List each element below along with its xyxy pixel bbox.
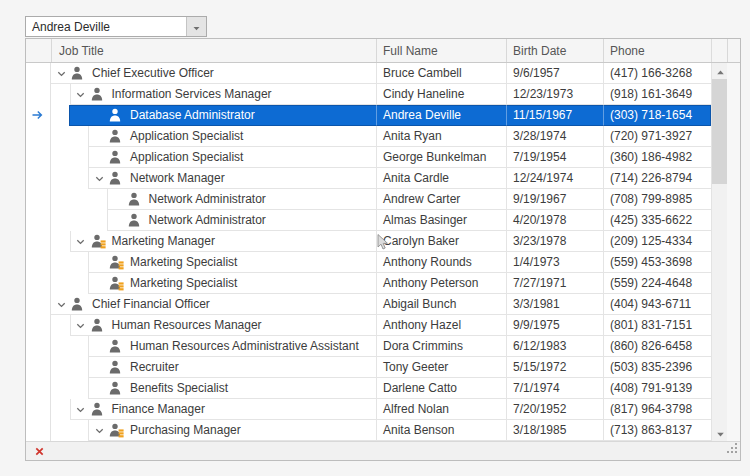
combobox-value[interactable]: Andrea Deville <box>26 20 186 34</box>
birth-date-cell[interactable]: 9/6/1957 <box>506 63 603 84</box>
birth-date-cell[interactable]: 11/15/1967 <box>506 105 603 126</box>
tree-node[interactable]: Information Services Manager <box>70 84 377 105</box>
birth-date-cell[interactable]: 6/12/1983 <box>506 336 603 357</box>
tree-node[interactable]: Chief Financial Officer <box>51 294 376 315</box>
tree-row[interactable]: Purchasing ManagerAnita Benson3/18/1985(… <box>26 420 711 441</box>
full-name-cell[interactable]: Dora Crimmins <box>376 336 506 357</box>
job-title-cell[interactable]: Human Resources Administrative Assistant <box>51 336 376 357</box>
vertical-scrollbar[interactable] <box>711 63 727 441</box>
phone-cell[interactable]: (425) 335-6622 <box>603 210 711 231</box>
tree-row[interactable]: Finance ManagerAlfred Nolan7/20/1952(817… <box>26 399 711 420</box>
full-name-cell[interactable]: Carolyn Baker <box>376 231 506 252</box>
job-title-cell[interactable]: Network Administrator <box>51 210 376 231</box>
job-title-cell[interactable]: Marketing Specialist <box>51 273 376 294</box>
birth-date-cell[interactable]: 12/23/1973 <box>506 84 603 105</box>
collapse-node-button[interactable] <box>71 87 91 101</box>
tree-node[interactable]: Network Administrator <box>107 189 377 210</box>
birth-date-cell[interactable]: 3/3/1981 <box>506 294 603 315</box>
birth-date-cell[interactable]: 5/15/1972 <box>506 357 603 378</box>
phone-cell[interactable]: (559) 224-4648 <box>603 273 711 294</box>
collapse-node-button[interactable] <box>71 402 91 416</box>
collapse-node-button[interactable] <box>51 66 71 80</box>
job-title-cell[interactable]: Information Services Manager <box>51 84 376 105</box>
full-name-cell[interactable]: Anita Cardle <box>376 168 506 189</box>
job-title-cell[interactable]: Purchasing Manager <box>51 420 376 441</box>
tree-node[interactable]: Chief Executive Officer <box>51 63 376 84</box>
birth-date-cell[interactable]: 12/24/1974 <box>506 168 603 189</box>
full-name-cell[interactable]: Almas Basinger <box>376 210 506 231</box>
birth-date-cell[interactable]: 9/19/1967 <box>506 189 603 210</box>
tree-node[interactable]: Human Resources Administrative Assistant <box>88 336 376 357</box>
tree-row[interactable]: Application SpecialistGeorge Bunkelman7/… <box>26 147 711 168</box>
phone-cell[interactable]: (918) 161-3649 <box>603 84 711 105</box>
full-name-cell[interactable]: Tony Geeter <box>376 357 506 378</box>
phone-cell[interactable]: (860) 826-6458 <box>603 336 711 357</box>
scrollbar-thumb[interactable] <box>712 79 727 184</box>
tree-row[interactable]: Information Services ManagerCindy Haneli… <box>26 84 711 105</box>
tree-node[interactable]: Network Manager <box>88 168 376 189</box>
birth-date-cell[interactable]: 1/4/1973 <box>506 252 603 273</box>
full-name-cell[interactable]: Anthony Hazel <box>376 315 506 336</box>
birth-date-cell[interactable]: 7/27/1971 <box>506 273 603 294</box>
phone-cell[interactable]: (360) 186-4982 <box>603 147 711 168</box>
phone-cell[interactable]: (801) 831-7151 <box>603 315 711 336</box>
full-name-cell[interactable]: Darlene Catto <box>376 378 506 399</box>
job-title-cell[interactable]: Benefits Specialist <box>51 378 376 399</box>
full-name-cell[interactable]: Andrea Deville <box>376 105 506 126</box>
phone-cell[interactable]: (503) 835-2396 <box>603 357 711 378</box>
tree-node[interactable]: Benefits Specialist <box>88 378 376 399</box>
tree-row[interactable]: Marketing SpecialistAnthony Rounds1/4/19… <box>26 252 711 273</box>
tree-row[interactable]: Human Resources ManagerAnthony Hazel9/9/… <box>26 315 711 336</box>
tree-row[interactable]: Marketing SpecialistAnthony Peterson7/27… <box>26 273 711 294</box>
tree-row[interactable]: Human Resources Administrative Assistant… <box>26 336 711 357</box>
full-name-cell[interactable]: Bruce Cambell <box>376 63 506 84</box>
phone-cell[interactable]: (714) 226-8794 <box>603 168 711 189</box>
phone-cell[interactable]: (404) 943-6711 <box>603 294 711 315</box>
job-title-cell[interactable]: Chief Financial Officer <box>51 294 376 315</box>
birth-date-cell[interactable]: 4/20/1978 <box>506 210 603 231</box>
collapse-node-button[interactable] <box>51 297 71 311</box>
job-title-cell[interactable]: Marketing Specialist <box>51 252 376 273</box>
birth-date-cell[interactable]: 3/23/1978 <box>506 231 603 252</box>
phone-cell[interactable]: (408) 791-9139 <box>603 378 711 399</box>
phone-cell[interactable]: (209) 125-4334 <box>603 231 711 252</box>
job-title-cell[interactable]: Recruiter <box>51 357 376 378</box>
phone-cell[interactable]: (720) 971-3927 <box>603 126 711 147</box>
tree-node[interactable]: Marketing Specialist <box>88 252 376 273</box>
full-name-cell[interactable]: Anita Ryan <box>376 126 506 147</box>
job-title-cell[interactable]: Chief Executive Officer <box>51 63 376 84</box>
job-title-cell[interactable]: Network Administrator <box>51 189 376 210</box>
column-header-phone[interactable]: Phone <box>603 39 711 62</box>
column-header-full-name[interactable]: Full Name <box>376 39 506 62</box>
job-title-cell[interactable]: Database Administrator <box>51 105 376 126</box>
full-name-cell[interactable]: George Bunkelman <box>376 147 506 168</box>
birth-date-cell[interactable]: 3/18/1985 <box>506 420 603 441</box>
full-name-cell[interactable]: Andrew Carter <box>376 189 506 210</box>
collapse-node-button[interactable] <box>89 171 109 185</box>
phone-cell[interactable]: (713) 863-8137 <box>603 420 711 441</box>
tree-node[interactable]: Marketing Manager <box>70 231 377 252</box>
job-title-cell[interactable]: Marketing Manager <box>51 231 376 252</box>
tree-node[interactable]: Recruiter <box>88 357 376 378</box>
phone-cell[interactable]: (817) 964-3798 <box>603 399 711 420</box>
birth-date-cell[interactable]: 7/1/1974 <box>506 378 603 399</box>
job-title-cell[interactable]: Human Resources Manager <box>51 315 376 336</box>
birth-date-cell[interactable]: 7/19/1954 <box>506 147 603 168</box>
full-name-cell[interactable]: Abigail Bunch <box>376 294 506 315</box>
tree-row[interactable]: Application SpecialistAnita Ryan3/28/197… <box>26 126 711 147</box>
scroll-down-button[interactable] <box>712 425 728 441</box>
full-name-cell[interactable]: Alfred Nolan <box>376 399 506 420</box>
job-title-cell[interactable]: Application Specialist <box>51 126 376 147</box>
tree-row[interactable]: Database AdministratorAndrea Deville11/1… <box>26 105 711 126</box>
full-name-cell[interactable]: Anthony Peterson <box>376 273 506 294</box>
column-header-birth-date[interactable]: Birth Date <box>506 39 603 62</box>
full-name-cell[interactable]: Cindy Haneline <box>376 84 506 105</box>
tree-row[interactable]: Marketing ManagerCarolyn Baker3/23/1978(… <box>26 231 711 252</box>
tree-row[interactable]: Chief Executive OfficerBruce Cambell9/6/… <box>26 63 711 84</box>
tree-node[interactable]: Finance Manager <box>70 399 377 420</box>
phone-cell[interactable]: (559) 453-3698 <box>603 252 711 273</box>
tree-node[interactable]: Marketing Specialist <box>88 273 376 294</box>
full-name-cell[interactable]: Anita Benson <box>376 420 506 441</box>
collapse-node-button[interactable] <box>71 234 91 248</box>
tree-row[interactable]: Network ManagerAnita Cardle12/24/1974(71… <box>26 168 711 189</box>
